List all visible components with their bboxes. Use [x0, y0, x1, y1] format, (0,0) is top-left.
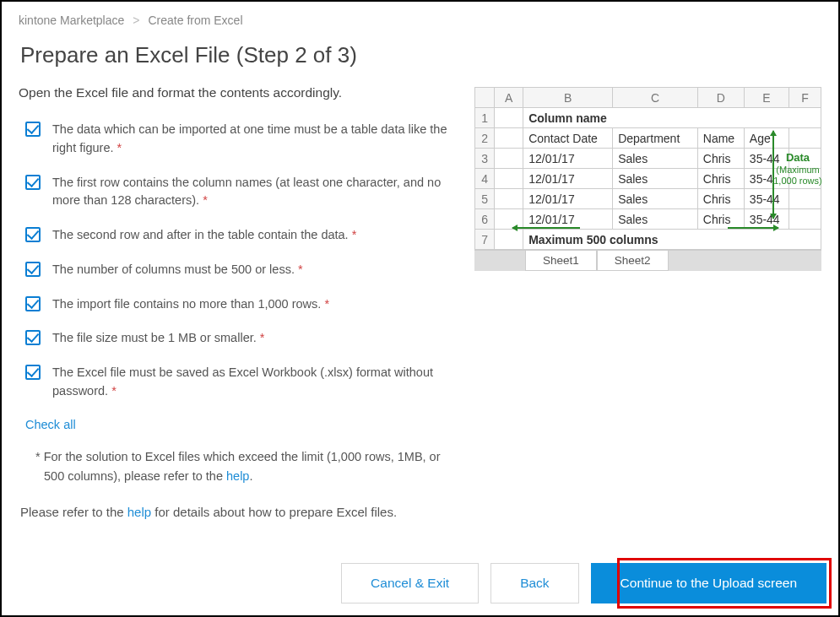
- excel-cell: Chris: [697, 189, 744, 209]
- excel-col-header: B: [523, 88, 613, 108]
- excel-cell: 35-44: [744, 189, 789, 209]
- requirement-item: The second row and after in the table co…: [25, 226, 458, 245]
- excel-cell: Department: [613, 128, 698, 149]
- excel-cell: Sales: [613, 169, 698, 189]
- required-asterisk: *: [324, 297, 329, 311]
- requirement-checkbox[interactable]: [25, 365, 41, 380]
- requirement-checkbox[interactable]: [25, 122, 41, 137]
- excel-annotation-max-cols: Maximum 500 columns: [523, 230, 821, 250]
- requirements-checklist: The data which can be imported at one ti…: [19, 121, 458, 401]
- excel-cell: Chris: [697, 149, 744, 169]
- requirement-checkbox[interactable]: [25, 330, 41, 345]
- requirement-text: The data which can be imported at one ti…: [52, 121, 458, 158]
- excel-cell: Chris: [697, 169, 744, 189]
- breadcrumb: kintone Marketplace > Create from Excel: [2, 2, 838, 34]
- excel-col-header: D: [697, 88, 744, 108]
- arrow-right-icon: [728, 227, 778, 229]
- limit-note: * For the solution to Excel files which …: [27, 447, 458, 486]
- excel-row-header: 1: [475, 108, 495, 128]
- help-link[interactable]: help: [226, 469, 249, 483]
- excel-cell: Chris: [697, 209, 744, 230]
- excel-row-header: 4: [475, 169, 495, 189]
- requirement-text: The import file contains no more than 1,…: [52, 295, 329, 314]
- required-asterisk: *: [352, 228, 357, 241]
- breadcrumb-current: Create from Excel: [148, 14, 242, 27]
- excel-row-header: 2: [475, 128, 495, 149]
- final-note: Please refer to the help for details abo…: [2, 486, 838, 519]
- requirement-item: The Excel file must be saved as Excel Wo…: [25, 364, 458, 401]
- requirement-item: The file size must be 1 MB or smaller. *: [25, 329, 458, 348]
- excel-cell: Sales: [613, 189, 698, 209]
- required-asterisk: *: [203, 193, 208, 207]
- check-all-link[interactable]: Check all: [19, 418, 76, 431]
- excel-cell: 12/01/17: [523, 169, 613, 189]
- requirement-item: The first row contains the column names …: [25, 174, 458, 211]
- requirement-text: The first row contains the column names …: [52, 174, 458, 211]
- excel-sheet-tabs: Sheet1 Sheet2: [474, 250, 821, 271]
- requirement-item: The import file contains no more than 1,…: [25, 295, 458, 314]
- excel-sheet-tab[interactable]: Sheet2: [597, 251, 669, 271]
- excel-annotation-data: Data (Maximum 1,000 rows): [772, 151, 823, 187]
- requirement-text: The file size must be 1 MB or smaller. *: [52, 329, 264, 348]
- excel-col-header: C: [613, 88, 698, 108]
- requirement-text: The number of columns must be 500 or les…: [52, 261, 303, 279]
- excel-cell: Sales: [613, 149, 698, 169]
- requirement-text: The Excel file must be saved as Excel Wo…: [52, 364, 458, 401]
- back-button[interactable]: Back: [490, 563, 578, 603]
- excel-col-header: A: [495, 88, 523, 108]
- instruction-heading: Open the Excel file and format the conte…: [19, 85, 458, 100]
- excel-sheet-tab[interactable]: Sheet1: [525, 251, 597, 271]
- excel-corner: [475, 88, 495, 108]
- requirement-item: The number of columns must be 500 or les…: [25, 261, 458, 279]
- required-asterisk: *: [298, 262, 303, 276]
- required-asterisk: *: [111, 384, 117, 398]
- excel-cell: Sales: [613, 209, 698, 230]
- excel-annotation-column-name: Column name: [523, 108, 821, 128]
- excel-col-header: E: [744, 88, 789, 108]
- breadcrumb-marketplace[interactable]: kintone Marketplace: [19, 14, 124, 27]
- footer-buttons: Cancel & Exit Back Continue to the Uploa…: [341, 563, 826, 603]
- requirement-checkbox[interactable]: [25, 262, 41, 277]
- excel-cell: Name: [697, 128, 744, 149]
- requirement-checkbox[interactable]: [25, 227, 41, 242]
- excel-row-header: 3: [475, 149, 495, 169]
- page-title: Prepare an Excel File (Step 2 of 3): [2, 34, 838, 85]
- excel-row-header: 5: [475, 189, 495, 209]
- requirement-checkbox[interactable]: [25, 175, 41, 190]
- excel-col-header: F: [789, 88, 821, 108]
- excel-cell: 12/01/17: [523, 149, 613, 169]
- breadcrumb-separator: >: [133, 14, 139, 27]
- help-link[interactable]: help: [127, 505, 151, 519]
- excel-figure: A B C D E F 1 Column name 2 Contact Date…: [474, 87, 821, 271]
- continue-upload-button[interactable]: Continue to the Upload screen: [591, 563, 826, 603]
- excel-cell: 12/01/17: [523, 209, 613, 230]
- excel-cell: Age: [744, 128, 789, 149]
- excel-row-header: 7: [475, 230, 495, 250]
- required-asterisk: *: [117, 141, 122, 154]
- required-asterisk: *: [260, 331, 265, 344]
- excel-row-header: 6: [475, 209, 495, 230]
- excel-cell: 35-44: [744, 209, 789, 230]
- arrow-left-icon: [512, 227, 580, 229]
- requirement-text: The second row and after in the table co…: [52, 226, 356, 245]
- requirement-item: The data which can be imported at one ti…: [25, 121, 458, 158]
- cancel-exit-button[interactable]: Cancel & Exit: [341, 563, 479, 603]
- excel-cell: Contact Date: [523, 128, 613, 149]
- requirement-checkbox[interactable]: [25, 296, 41, 311]
- excel-cell: 12/01/17: [523, 189, 613, 209]
